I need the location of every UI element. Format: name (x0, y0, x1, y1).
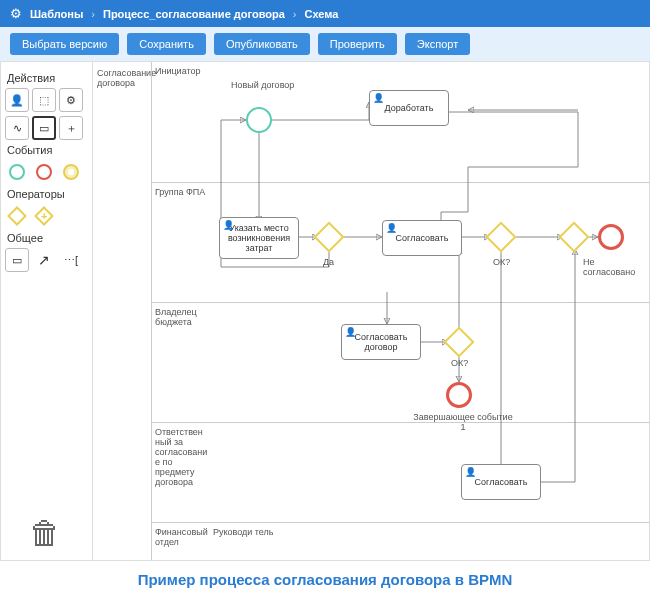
palette-events-label: События (7, 144, 88, 156)
pal-wave-icon[interactable]: ∿ (5, 116, 29, 140)
gw-label-ok2: ОК? (451, 358, 468, 368)
gear-icon[interactable]: ⚙ (10, 6, 22, 21)
caption: Пример процесса согласования договора в … (0, 561, 650, 592)
start-event[interactable] (246, 107, 272, 133)
lane-label: Группа ФПА (155, 187, 207, 197)
task-label: Согласовать (475, 477, 528, 487)
lane-label: Финансовый отдел (155, 527, 207, 547)
user-icon: 👤 (223, 220, 234, 230)
start-event-label: Новый договор (231, 80, 294, 90)
chevron-right-icon: › (293, 8, 297, 20)
bpmn-canvas[interactable]: Согласование договора Инициатор Группа Ф… (93, 62, 649, 560)
lane-budget-owner: Владелец бюджета (151, 302, 649, 422)
end-event-not-approved[interactable] (598, 224, 624, 250)
pal-user-task-icon[interactable]: 👤 (5, 88, 29, 112)
pal-connector-icon[interactable]: ⋯[ (59, 248, 83, 272)
task-cost-place[interactable]: 👤Указать место возникновения затрат (219, 217, 299, 259)
task-label: Согласовать (396, 233, 449, 243)
task-rework[interactable]: 👤Доработать (369, 90, 449, 126)
task-approve-contract[interactable]: 👤Согласовать договор (341, 324, 421, 360)
palette: Действия 👤 ⬚ ⚙ ∿ ▭ ＋ События Операторы +… (1, 62, 93, 560)
chevron-right-icon: › (91, 8, 95, 20)
user-icon: 👤 (465, 467, 476, 477)
lane-label: Инициатор (155, 66, 207, 76)
trash-icon[interactable]: 🗑 (29, 515, 61, 552)
palette-actions-label: Действия (7, 72, 88, 84)
lane5-role: Руководи тель (213, 527, 273, 537)
task-approve-3[interactable]: 👤Согласовать (461, 464, 541, 500)
gw-label-da: Да (323, 257, 334, 267)
pal-arrow-icon[interactable]: ↗ (32, 248, 56, 272)
toolbar: Выбрать версию Сохранить Опубликовать Пр… (0, 27, 650, 61)
breadcrumb-root[interactable]: Шаблоны (30, 8, 83, 20)
palette-general-label: Общее (7, 232, 88, 244)
editor-main: Действия 👤 ⬚ ⚙ ∿ ▭ ＋ События Операторы +… (0, 61, 650, 561)
pool-label: Согласование договора (97, 68, 149, 88)
lane-label: Ответствен ный за согласовани е по предм… (155, 427, 207, 487)
palette-operators-label: Операторы (7, 188, 88, 200)
end-lbl-terminate: Завершающее событие 1 (413, 412, 513, 432)
pal-plus-icon[interactable]: ＋ (59, 116, 83, 140)
publish-button[interactable]: Опубликовать (214, 33, 310, 55)
save-button[interactable]: Сохранить (127, 33, 206, 55)
pal-rect-icon[interactable]: ▭ (32, 116, 56, 140)
lane-label: Владелец бюджета (155, 307, 207, 327)
pal-rect2-icon[interactable]: ▭ (5, 248, 29, 272)
task-approve-1[interactable]: 👤Согласовать (382, 220, 462, 256)
breadcrumb: ⚙ Шаблоны › Процесс_согласование договор… (0, 0, 650, 27)
pal-start-event-icon[interactable] (5, 160, 29, 184)
pal-timer-event-icon[interactable] (59, 160, 83, 184)
end-lbl-not-approved: Не согласовано (583, 257, 649, 277)
user-icon: 👤 (386, 223, 397, 233)
user-icon: 👤 (373, 93, 384, 103)
select-version-button[interactable]: Выбрать версию (10, 33, 119, 55)
export-button[interactable]: Экспорт (405, 33, 470, 55)
task-label: Доработать (385, 103, 434, 113)
gw-label-ok1: ОК? (493, 257, 510, 267)
pal-gateway-plus-icon[interactable]: + (32, 204, 56, 228)
pal-end-event-icon[interactable] (32, 160, 56, 184)
breadcrumb-process[interactable]: Процесс_согласование договора (103, 8, 285, 20)
check-button[interactable]: Проверить (318, 33, 397, 55)
pal-script-task-icon[interactable]: ⬚ (32, 88, 56, 112)
breadcrumb-schema[interactable]: Схема (305, 8, 339, 20)
lane-subject-responsible: Ответствен ный за согласовани е по предм… (151, 422, 649, 522)
end-event-terminate[interactable] (446, 382, 472, 408)
pal-settings-icon[interactable]: ⚙ (59, 88, 83, 112)
pal-gateway-icon[interactable] (5, 204, 29, 228)
lane-finance: Финансовый отдел Руководи тель (151, 522, 649, 560)
user-icon: 👤 (345, 327, 356, 337)
